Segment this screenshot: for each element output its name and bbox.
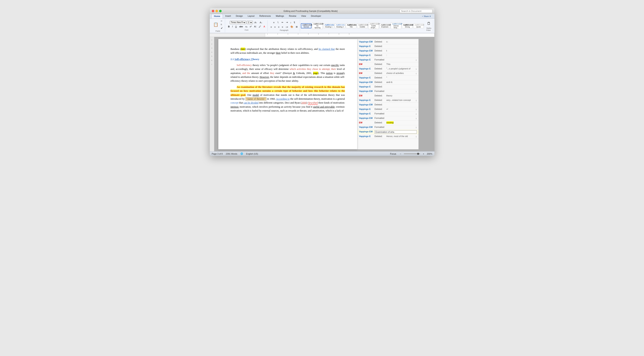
comment-content-16: ↵ <box>386 108 415 110</box>
justify[interactable]: ≡ <box>281 25 284 29</box>
text-effects-button[interactable]: A⃞ <box>253 25 257 28</box>
font-size-select[interactable]: 12 <box>247 21 253 24</box>
maximize-button[interactable] <box>219 10 222 12</box>
zoom-in-button[interactable]: + <box>422 152 425 156</box>
styles-pane-label: StylesPane <box>426 27 432 31</box>
notion-underline: notion <box>326 72 333 74</box>
comment-5: Vappingo E Formatted ↓ <box>358 58 418 62</box>
paste-button[interactable]: 📋 <box>212 22 219 27</box>
focus-button[interactable]: Focus <box>389 152 397 156</box>
strikethrough-button[interactable]: abc <box>238 25 244 28</box>
font-size-decrease[interactable]: A↓ <box>259 21 264 24</box>
ruler-tick-4: 4 <box>212 50 212 54</box>
comment-type-1: Deleted: <box>374 40 386 43</box>
subscript-button[interactable]: x₂ <box>244 25 248 28</box>
highlight-button[interactable]: 🖊 <box>258 25 262 28</box>
comment-19: EW Deleted: existing <box>358 121 418 125</box>
align-left[interactable]: ≡ <box>270 25 273 29</box>
style-emphasis[interactable]: AaBbCcDdEe Emphasis <box>380 24 390 28</box>
style-heading2[interactable]: AaBbCcDc Heading 2 <box>334 24 345 28</box>
status-right: Focus − + 200% <box>389 152 432 156</box>
tab-design[interactable]: Design <box>234 14 245 18</box>
language-indicator: 🌐 <box>240 152 243 155</box>
comment-content-22: Hence, most of the old <box>386 135 415 138</box>
comment-content-14: very...related toin concept <box>386 99 415 101</box>
indent-increase[interactable]: ⇥ <box>285 20 289 24</box>
tab-references[interactable]: References <box>257 14 273 18</box>
comment-1: Vappingo EW Deleted: c- <box>358 40 418 44</box>
comment-arrow-18[interactable]: ↓ <box>416 117 417 120</box>
font-color-button[interactable]: A <box>262 25 266 28</box>
style-subtle-emph[interactable]: AaBbCcDdEe Subtle Emph... <box>368 22 379 29</box>
style-strong[interactable]: AaBbCcDdEe Strong <box>402 24 412 28</box>
superscript-button[interactable]: x² <box>249 25 253 28</box>
comment-8: EW Deleted: choice of activities ↓ <box>358 71 418 76</box>
style-title[interactable]: AaBbCcDc Title <box>346 24 356 28</box>
copy-button[interactable]: ⎘ <box>220 23 224 26</box>
borders[interactable]: ⊞ <box>295 25 298 29</box>
indent-decrease[interactable]: ⇤ <box>281 20 284 24</box>
comment-arrow-16[interactable]: ↓ <box>416 108 417 111</box>
comment-arrow-8[interactable]: ↓ <box>416 72 417 75</box>
ruler-tick-2: 2 <box>212 42 212 46</box>
style-normal[interactable]: AaBbCcDdEe Normal <box>301 23 312 28</box>
align-right[interactable]: ≡ <box>277 25 280 29</box>
tab-layout[interactable]: Layout <box>245 14 257 18</box>
style-intense-emph[interactable]: AaBbCcDdEe Intense Emp... <box>391 22 401 29</box>
close-button[interactable] <box>212 10 214 12</box>
comment-author-16: Vappingo E <box>359 108 374 110</box>
ribbon-tabs: Home Insert Design Layout References Mai… <box>210 14 434 18</box>
comment-arrow-7[interactable]: ↓ <box>416 68 417 70</box>
main-area: 1 2 3 4 5 6 7 Bandura (date) emphasized … <box>210 37 434 151</box>
style-quote[interactable]: AaBbCcDdEe Quote <box>413 24 424 28</box>
shading[interactable]: 🎨 <box>290 25 294 29</box>
zoom-out-button[interactable]: − <box>399 152 402 156</box>
style-heading1[interactable]: AaBbCcDc Heading 1 <box>323 24 334 28</box>
minimize-button[interactable] <box>216 10 218 12</box>
tab-insert[interactable]: Insert <box>223 14 234 18</box>
italic-button[interactable]: I <box>231 25 234 28</box>
comment-type-14: Deleted: <box>374 99 386 101</box>
show-formatting[interactable]: ¶ <box>293 21 296 24</box>
underline-button[interactable]: U <box>234 25 238 28</box>
numbering-button[interactable]: ⒈ <box>276 20 280 24</box>
align-center[interactable]: ≡ <box>273 25 276 29</box>
theorist-placeholder: <name of theorist> <box>246 97 266 100</box>
dashed-amp: & <box>293 72 295 74</box>
document-page[interactable]: Bandura (date) emphasized that the attri… <box>218 39 357 149</box>
comment-type-6: Deleted: <box>374 63 386 65</box>
font-size-increase[interactable]: A↑ <box>254 21 258 24</box>
styles-pane-button[interactable]: 🗒 <box>426 20 432 27</box>
cut-button[interactable]: ✂ <box>220 20 224 23</box>
ribbon: Home Insert Design Layout References Mai… <box>210 14 434 33</box>
comment-arrow-14[interactable]: ↓ <box>416 99 417 102</box>
line-spacing[interactable]: ↕≡ <box>284 25 289 29</box>
format-painter-button[interactable]: 🖌 <box>220 26 224 30</box>
comment-type-12: Formatted <box>374 90 386 92</box>
according-link: According to <box>276 98 290 100</box>
zoom-slider[interactable] <box>404 154 420 154</box>
share-button[interactable]: + Share ∧ <box>422 15 431 18</box>
bullets-button[interactable]: ≡ <box>272 21 275 24</box>
tab-mailings[interactable]: Mailings <box>273 14 286 18</box>
comment-arrow-5[interactable]: ↓ <box>416 58 417 61</box>
comment-content-6: This <box>386 63 417 65</box>
tab-developer[interactable]: Developer <box>308 14 324 18</box>
style-nospacing[interactable]: AaBbCcDdEe No Spacing <box>312 22 323 29</box>
comment-arrow-20[interactable]: ↓ <box>416 126 417 129</box>
bold-button[interactable]: B <box>227 25 231 28</box>
tab-home[interactable]: Home <box>212 14 223 18</box>
comment-2: Vappingo E Deleted: <box>358 44 418 49</box>
tab-review[interactable]: Review <box>286 14 298 18</box>
tab-view[interactable]: View <box>299 14 308 18</box>
comment-11: Vappingo E Deleted: <box>358 85 418 89</box>
style-subtitle[interactable]: AaBbCcDdEe Subtitle <box>357 24 368 28</box>
font-family-select[interactable]: Times New Ro... <box>230 21 246 24</box>
paragraph-label: Paragraph <box>280 29 288 31</box>
sort-button[interactable]: ↕ <box>289 21 292 24</box>
search-input[interactable] <box>400 9 432 13</box>
comment-arrow-22[interactable]: ↓ <box>416 135 417 138</box>
comments-panel: Vappingo EW Deleted: c- Vappingo E Delet… <box>357 39 418 149</box>
comment-arrow-17[interactable]: ↓ <box>416 112 417 115</box>
comment-arrow-12[interactable]: ↓ <box>416 90 417 93</box>
